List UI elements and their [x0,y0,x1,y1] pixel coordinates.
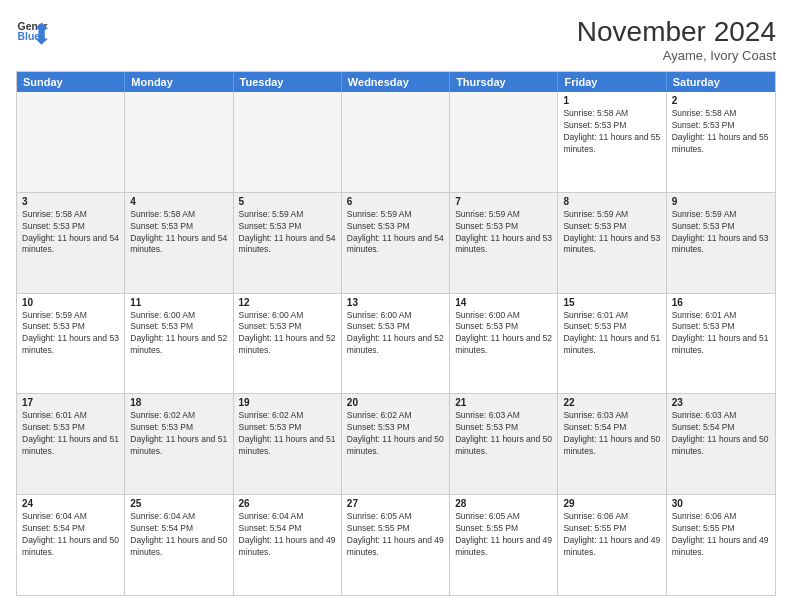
day-info: Sunrise: 6:00 AM Sunset: 5:53 PM Dayligh… [239,310,336,358]
calendar-cell: 3Sunrise: 5:58 AM Sunset: 5:53 PM Daylig… [17,193,125,293]
day-info: Sunrise: 5:59 AM Sunset: 5:53 PM Dayligh… [239,209,336,257]
day-number: 4 [130,196,227,207]
page: General Blue November 2024 Ayame, Ivory … [0,0,792,612]
week-row-3: 10Sunrise: 5:59 AM Sunset: 5:53 PM Dayli… [17,294,775,395]
day-number: 20 [347,397,444,408]
day-number: 3 [22,196,119,207]
day-info: Sunrise: 6:01 AM Sunset: 5:53 PM Dayligh… [563,310,660,358]
calendar-cell [17,92,125,192]
day-info: Sunrise: 5:59 AM Sunset: 5:53 PM Dayligh… [455,209,552,257]
weekday-header-monday: Monday [125,72,233,92]
weekday-header-tuesday: Tuesday [234,72,342,92]
calendar-cell: 4Sunrise: 5:58 AM Sunset: 5:53 PM Daylig… [125,193,233,293]
day-info: Sunrise: 6:02 AM Sunset: 5:53 PM Dayligh… [239,410,336,458]
location: Ayame, Ivory Coast [577,48,776,63]
day-info: Sunrise: 5:59 AM Sunset: 5:53 PM Dayligh… [563,209,660,257]
day-info: Sunrise: 5:58 AM Sunset: 5:53 PM Dayligh… [130,209,227,257]
day-number: 14 [455,297,552,308]
calendar-cell [234,92,342,192]
calendar-cell: 5Sunrise: 5:59 AM Sunset: 5:53 PM Daylig… [234,193,342,293]
weekday-header-thursday: Thursday [450,72,558,92]
week-row-5: 24Sunrise: 6:04 AM Sunset: 5:54 PM Dayli… [17,495,775,595]
day-info: Sunrise: 5:59 AM Sunset: 5:53 PM Dayligh… [22,310,119,358]
day-number: 7 [455,196,552,207]
day-info: Sunrise: 6:00 AM Sunset: 5:53 PM Dayligh… [130,310,227,358]
day-number: 27 [347,498,444,509]
calendar-cell: 9Sunrise: 5:59 AM Sunset: 5:53 PM Daylig… [667,193,775,293]
calendar-cell: 23Sunrise: 6:03 AM Sunset: 5:54 PM Dayli… [667,394,775,494]
day-info: Sunrise: 6:02 AM Sunset: 5:53 PM Dayligh… [130,410,227,458]
day-number: 2 [672,95,770,106]
day-info: Sunrise: 6:03 AM Sunset: 5:53 PM Dayligh… [455,410,552,458]
day-number: 25 [130,498,227,509]
week-row-1: 1Sunrise: 5:58 AM Sunset: 5:53 PM Daylig… [17,92,775,193]
day-info: Sunrise: 6:03 AM Sunset: 5:54 PM Dayligh… [672,410,770,458]
calendar-cell: 7Sunrise: 5:59 AM Sunset: 5:53 PM Daylig… [450,193,558,293]
day-number: 10 [22,297,119,308]
month-title: November 2024 [577,16,776,48]
day-number: 17 [22,397,119,408]
day-info: Sunrise: 6:01 AM Sunset: 5:53 PM Dayligh… [22,410,119,458]
day-number: 24 [22,498,119,509]
day-number: 9 [672,196,770,207]
calendar-cell: 26Sunrise: 6:04 AM Sunset: 5:54 PM Dayli… [234,495,342,595]
day-info: Sunrise: 5:58 AM Sunset: 5:53 PM Dayligh… [563,108,660,156]
header: General Blue November 2024 Ayame, Ivory … [16,16,776,63]
calendar-cell: 10Sunrise: 5:59 AM Sunset: 5:53 PM Dayli… [17,294,125,394]
day-info: Sunrise: 6:05 AM Sunset: 5:55 PM Dayligh… [347,511,444,559]
day-number: 8 [563,196,660,207]
day-info: Sunrise: 6:01 AM Sunset: 5:53 PM Dayligh… [672,310,770,358]
calendar-cell: 12Sunrise: 6:00 AM Sunset: 5:53 PM Dayli… [234,294,342,394]
day-number: 29 [563,498,660,509]
calendar-cell: 2Sunrise: 5:58 AM Sunset: 5:53 PM Daylig… [667,92,775,192]
calendar-cell: 28Sunrise: 6:05 AM Sunset: 5:55 PM Dayli… [450,495,558,595]
day-info: Sunrise: 6:00 AM Sunset: 5:53 PM Dayligh… [347,310,444,358]
day-number: 23 [672,397,770,408]
weekday-header-sunday: Sunday [17,72,125,92]
day-info: Sunrise: 6:05 AM Sunset: 5:55 PM Dayligh… [455,511,552,559]
day-number: 26 [239,498,336,509]
calendar-cell: 1Sunrise: 5:58 AM Sunset: 5:53 PM Daylig… [558,92,666,192]
week-row-2: 3Sunrise: 5:58 AM Sunset: 5:53 PM Daylig… [17,193,775,294]
calendar-cell: 20Sunrise: 6:02 AM Sunset: 5:53 PM Dayli… [342,394,450,494]
day-info: Sunrise: 6:06 AM Sunset: 5:55 PM Dayligh… [672,511,770,559]
logo-icon: General Blue [16,16,48,48]
day-number: 21 [455,397,552,408]
calendar-body: 1Sunrise: 5:58 AM Sunset: 5:53 PM Daylig… [17,92,775,595]
calendar-cell: 14Sunrise: 6:00 AM Sunset: 5:53 PM Dayli… [450,294,558,394]
day-info: Sunrise: 6:06 AM Sunset: 5:55 PM Dayligh… [563,511,660,559]
calendar-cell: 29Sunrise: 6:06 AM Sunset: 5:55 PM Dayli… [558,495,666,595]
day-info: Sunrise: 5:58 AM Sunset: 5:53 PM Dayligh… [672,108,770,156]
day-number: 22 [563,397,660,408]
calendar-cell [450,92,558,192]
calendar-cell: 24Sunrise: 6:04 AM Sunset: 5:54 PM Dayli… [17,495,125,595]
title-block: November 2024 Ayame, Ivory Coast [577,16,776,63]
day-number: 11 [130,297,227,308]
day-number: 1 [563,95,660,106]
calendar-cell [342,92,450,192]
calendar-cell: 21Sunrise: 6:03 AM Sunset: 5:53 PM Dayli… [450,394,558,494]
logo: General Blue [16,16,52,48]
day-info: Sunrise: 6:00 AM Sunset: 5:53 PM Dayligh… [455,310,552,358]
day-number: 6 [347,196,444,207]
weekday-header-wednesday: Wednesday [342,72,450,92]
day-info: Sunrise: 6:02 AM Sunset: 5:53 PM Dayligh… [347,410,444,458]
weekday-header-friday: Friday [558,72,666,92]
day-number: 30 [672,498,770,509]
calendar: SundayMondayTuesdayWednesdayThursdayFrid… [16,71,776,596]
day-info: Sunrise: 6:03 AM Sunset: 5:54 PM Dayligh… [563,410,660,458]
calendar-cell: 8Sunrise: 5:59 AM Sunset: 5:53 PM Daylig… [558,193,666,293]
day-info: Sunrise: 6:04 AM Sunset: 5:54 PM Dayligh… [130,511,227,559]
day-number: 28 [455,498,552,509]
calendar-cell: 27Sunrise: 6:05 AM Sunset: 5:55 PM Dayli… [342,495,450,595]
calendar-cell: 30Sunrise: 6:06 AM Sunset: 5:55 PM Dayli… [667,495,775,595]
day-info: Sunrise: 5:59 AM Sunset: 5:53 PM Dayligh… [672,209,770,257]
day-info: Sunrise: 6:04 AM Sunset: 5:54 PM Dayligh… [22,511,119,559]
day-number: 19 [239,397,336,408]
svg-text:Blue: Blue [18,31,41,42]
day-number: 16 [672,297,770,308]
calendar-cell: 16Sunrise: 6:01 AM Sunset: 5:53 PM Dayli… [667,294,775,394]
calendar-cell: 17Sunrise: 6:01 AM Sunset: 5:53 PM Dayli… [17,394,125,494]
day-number: 15 [563,297,660,308]
calendar-cell: 6Sunrise: 5:59 AM Sunset: 5:53 PM Daylig… [342,193,450,293]
